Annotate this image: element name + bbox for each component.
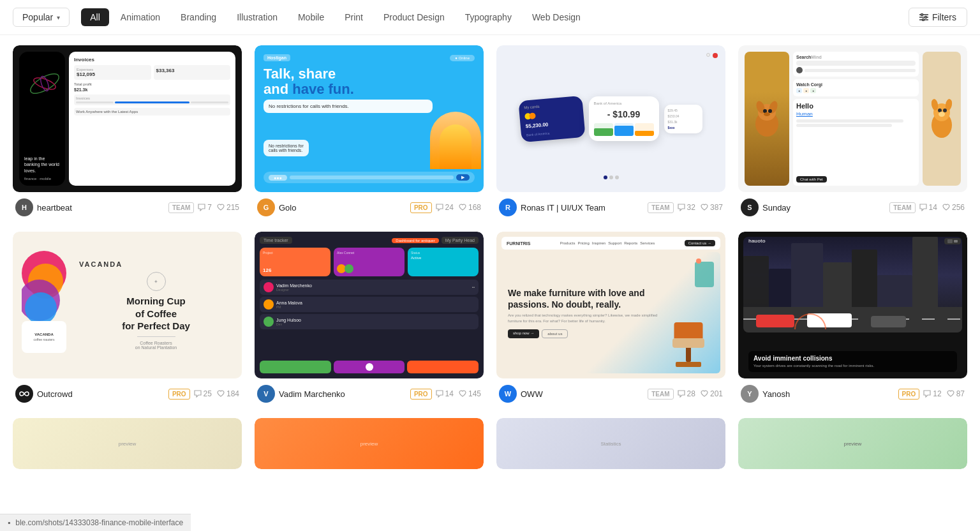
tag-product-design[interactable]: Product Design — [375, 8, 454, 26]
card-heartbeat: leap in the banking the world loves. fin… — [13, 45, 242, 219]
avatar-outcrowd — [15, 385, 33, 403]
tag-typography[interactable]: Typography — [456, 8, 521, 26]
card-oww: FURNITRIS Products Pricing Inspiren Supp… — [496, 232, 725, 405]
author-outcrowd: Outcrowd — [37, 389, 165, 399]
card-image-partial-4[interactable]: preview — [738, 418, 967, 469]
heart-icon-yanosh — [947, 390, 954, 398]
badge-outcrowd: PRO — [168, 389, 190, 400]
stats-oww: 28 201 — [678, 389, 723, 398]
author-oww: OWW — [521, 389, 644, 399]
comment-count-sunday: 14 — [919, 203, 937, 212]
svg-point-22 — [939, 112, 945, 117]
filters-button[interactable]: Filters — [909, 8, 967, 27]
stats-outcrowd: 25 184 — [194, 389, 239, 398]
comment-icon-oww — [678, 390, 685, 398]
svg-point-14 — [768, 109, 772, 113]
card-meta-heartbeat: H heartbeat TEAM 7 215 — [13, 192, 242, 219]
comment-icon-outcrowd — [194, 390, 202, 398]
comment-count-golo: 24 — [436, 203, 454, 212]
stats-ronas: 32 387 — [678, 203, 723, 212]
tag-branding[interactable]: Branding — [172, 8, 225, 26]
tag-mobile[interactable]: Mobile — [289, 8, 333, 26]
card-image-outcrowd[interactable]: VACANDA coffee roasters VACANDA ✦ Mornin… — [13, 232, 242, 378]
card-partial-2: preview — [255, 418, 484, 469]
popular-dropdown[interactable]: Popular ▾ — [13, 8, 70, 27]
heart-icon-oww — [701, 390, 708, 398]
badge-oww: TEAM — [648, 389, 673, 400]
swirl-decoration — [26, 64, 64, 103]
main-grid-container: leap in the banking the world loves. fin… — [0, 35, 980, 479]
stats-vadim: 14 145 — [436, 389, 481, 398]
comment-icon-yanosh — [923, 390, 931, 398]
card-ronas: My cards $5,230.00 Bank of America Bank … — [496, 45, 725, 219]
card-meta-vadim: V Vadim Marchenko PRO 14 145 — [255, 378, 484, 405]
card-yanosh: Avoid imminent collisions Your system dr… — [738, 232, 967, 405]
card-partial-3: Statistics — [496, 418, 725, 469]
card-image-vadim[interactable]: Time tracker Dashboard for antiquer My P… — [255, 232, 484, 378]
card-image-sunday[interactable]: SearchMind Watch Corgi ● ● — [738, 45, 967, 192]
comment-count-vadim: 14 — [436, 389, 454, 398]
card-image-partial-1[interactable]: preview — [13, 418, 242, 469]
comment-count-ronas: 32 — [678, 203, 695, 212]
card-image-yanosh[interactable]: Avoid imminent collisions Your system dr… — [738, 232, 967, 378]
card-image-heartbeat[interactable]: leap in the banking the world loves. fin… — [13, 45, 242, 192]
stats-golo: 24 168 — [436, 203, 481, 212]
like-count-sunday: 256 — [942, 203, 965, 212]
tag-web-design[interactable]: Web Design — [523, 8, 590, 26]
card-outcrowd: VACANDA coffee roasters VACANDA ✦ Mornin… — [13, 232, 242, 405]
top-nav: Popular ▾ All Animation Branding Illustr… — [0, 0, 980, 35]
card-golo: Hostigan ● Online Talk, shareand have fu… — [255, 45, 484, 219]
comment-count-yanosh: 12 — [923, 389, 941, 398]
card-image-oww[interactable]: FURNITRIS Products Pricing Inspiren Supp… — [496, 232, 725, 378]
author-yanosh: Yanosh — [762, 389, 895, 399]
heart-icon — [217, 204, 225, 211]
avatar-yanosh: Y — [741, 385, 759, 403]
chevron-down-icon: ▾ — [57, 14, 60, 21]
card-sunday: SearchMind Watch Corgi ● ● — [738, 45, 967, 219]
card-meta-yanosh: Y Yanosh PRO 12 87 — [738, 378, 967, 405]
tag-illustration[interactable]: Illustration — [228, 8, 286, 26]
badge-vadim: PRO — [410, 389, 432, 400]
tag-all[interactable]: All — [81, 8, 109, 26]
comment-icon-vadim — [436, 390, 443, 398]
author-ronas: Ronas IT | UI/UX Team — [521, 203, 644, 213]
card-image-partial-2[interactable]: preview — [255, 418, 484, 469]
like-count-ronas: 387 — [701, 203, 723, 212]
heart-icon-outcrowd — [217, 390, 225, 398]
svg-point-6 — [27, 70, 61, 97]
comment-count-oww: 28 — [678, 389, 695, 398]
card-meta-golo: G Golo PRO 24 168 — [255, 192, 484, 219]
card-image-ronas[interactable]: My cards $5,230.00 Bank of America Bank … — [496, 45, 725, 192]
comment-count-outcrowd: 25 — [194, 389, 212, 398]
card-meta-sunday: S Sunday TEAM 14 256 — [738, 192, 967, 219]
svg-point-3 — [921, 14, 923, 16]
dog-illustration — [751, 98, 783, 140]
filters-label: Filters — [932, 12, 956, 22]
svg-point-4 — [924, 17, 926, 19]
filter-icon — [919, 13, 928, 21]
card-image-golo[interactable]: Hostigan ● Online Talk, shareand have fu… — [255, 45, 484, 192]
card-vadim: Time tracker Dashboard for antiquer My P… — [255, 232, 484, 405]
comment-icon — [198, 204, 205, 211]
dashboard-panel: Invoices Expenses $12,095 $33,363 Tot — [69, 52, 235, 186]
tag-animation[interactable]: Animation — [112, 8, 169, 26]
like-count-yanosh: 87 — [947, 389, 965, 398]
tag-print[interactable]: Print — [336, 8, 372, 26]
heart-icon-ronas — [701, 204, 708, 211]
badge-yanosh: PRO — [898, 389, 920, 400]
card-image-partial-3[interactable]: Statistics — [496, 418, 725, 469]
author-vadim: Vadim Marchenko — [279, 389, 406, 399]
stats-sunday: 14 256 — [919, 203, 965, 212]
like-count-golo: 168 — [459, 203, 481, 212]
comment-count-heartbeat: 7 — [198, 203, 212, 212]
badge-sunday: TEAM — [889, 202, 915, 213]
corgi-illustration — [926, 96, 958, 141]
heart-icon-golo — [459, 204, 466, 211]
comment-icon-golo — [436, 204, 443, 211]
svg-point-5 — [922, 19, 924, 21]
comment-icon-ronas — [678, 204, 685, 211]
like-count-vadim: 145 — [459, 389, 481, 398]
finance-label: finance · mobile — [24, 177, 60, 181]
avatar-ronas: R — [499, 198, 517, 216]
svg-point-8 — [39, 75, 50, 92]
